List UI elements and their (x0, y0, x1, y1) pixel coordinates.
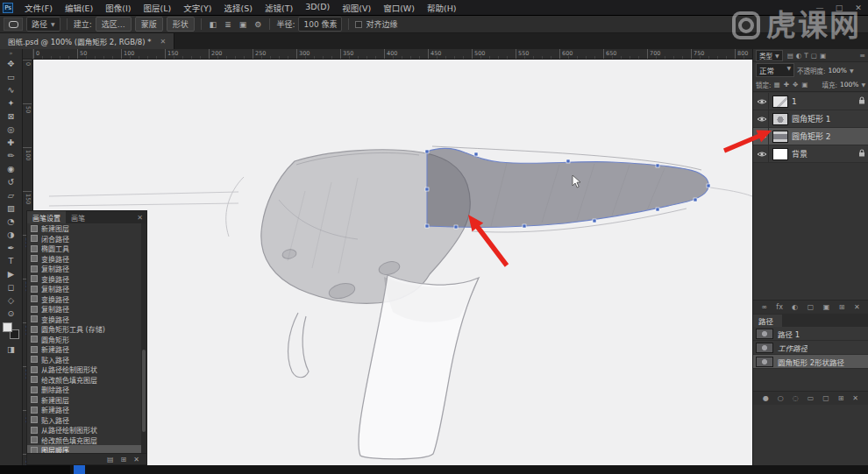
marquee-tool[interactable]: ▭ (2, 70, 21, 83)
new-layer-icon[interactable]: ⊞ (839, 303, 845, 311)
history-state-item[interactable]: 给改颜色填充图层 (27, 435, 146, 446)
history-state-item[interactable]: 圆角矩形 (27, 335, 146, 345)
new-document-from-state-icon[interactable]: ▤ (107, 456, 114, 463)
fill-value[interactable]: 100% (840, 81, 858, 88)
history-state-item[interactable]: 变换路径 (27, 315, 146, 325)
move-tool[interactable]: ✥ (2, 57, 21, 70)
filter-pixel-layers-icon[interactable]: ▤ (787, 52, 793, 60)
menu-item[interactable]: 图层(L) (138, 2, 178, 14)
link-layers-icon[interactable]: ∞ (761, 303, 767, 311)
zoom-tool[interactable]: ⊙ (2, 307, 21, 320)
make-work-path-icon[interactable]: ▭ (808, 394, 815, 402)
visibility-toggle[interactable] (756, 110, 769, 127)
history-state-item[interactable]: 从路径绘制图形状 (27, 425, 146, 435)
toolbar-expand-icon[interactable]: » (9, 50, 12, 57)
path-selection-tool[interactable]: ▶ (2, 267, 21, 280)
type-tool[interactable]: T (2, 254, 21, 267)
menu-item[interactable]: 帮助(H) (421, 2, 463, 14)
eyedropper-tool[interactable]: ◎ (2, 123, 21, 136)
healing-brush-tool[interactable]: ✚ (2, 136, 21, 149)
layer-thumbnail[interactable] (772, 113, 788, 125)
close-icon[interactable]: ✕ (133, 211, 146, 223)
new-snapshot-icon[interactable]: ⊞ (121, 456, 127, 463)
menu-item[interactable]: 文件(F) (18, 2, 59, 14)
path-row[interactable]: 圆角矩形 2形状路径 (753, 355, 868, 369)
history-state-item[interactable]: 从路径绘制图形状 (27, 364, 146, 375)
lock-position-icon[interactable]: ✥ (793, 81, 798, 88)
lock-all-icon[interactable]: ▣ (801, 81, 808, 88)
history-state-item[interactable]: 变换路径 (27, 294, 146, 305)
history-state-item[interactable]: 新建图层 (27, 223, 146, 234)
visibility-toggle[interactable] (756, 128, 769, 145)
eraser-tool[interactable]: ▱ (2, 188, 21, 202)
panel-menu-icon[interactable]: ≡ (859, 52, 865, 60)
quick-selection-tool[interactable]: ✦ (2, 96, 21, 110)
history-state-item[interactable]: 贴入路径 (27, 355, 146, 365)
brush-tool[interactable]: ✏ (2, 149, 21, 162)
layer-mask-icon[interactable]: ▢ (808, 303, 815, 311)
close-icon[interactable]: ✕ (160, 38, 167, 46)
history-state-item[interactable]: 贴入路径 (27, 415, 146, 426)
color-swatches[interactable] (3, 322, 19, 339)
crop-tool[interactable]: ⊠ (2, 110, 21, 123)
visibility-toggle[interactable] (756, 145, 769, 162)
layer-row[interactable]: 圆角矩形 2 (753, 128, 868, 145)
layer-thumbnail[interactable] (772, 148, 788, 160)
dodge-tool[interactable]: ◑ (2, 228, 21, 241)
history-state-item[interactable]: 复制路径 (27, 304, 146, 315)
history-state-item[interactable]: 复制路径 (27, 264, 146, 274)
lasso-tool[interactable]: ∿ (2, 83, 21, 96)
path-operations-icon[interactable]: ◧ (208, 20, 219, 29)
document-tab[interactable]: 图纸.psd @ 100% (圆角矩形 2, RGB/8) * ✕ (0, 33, 174, 49)
filter-adjustment-layers-icon[interactable]: ◐ (796, 52, 802, 60)
new-path-icon[interactable]: ⊞ (838, 394, 844, 402)
filter-type-layers-icon[interactable]: T (804, 52, 808, 60)
menu-item[interactable]: 文字(Y) (177, 2, 217, 14)
menu-item[interactable]: 视图(V) (336, 2, 377, 14)
lock-transparency-icon[interactable]: ▦ (774, 81, 780, 88)
window-control-button[interactable]: ✕ (849, 4, 868, 12)
opacity-value[interactable]: 100% (829, 67, 847, 74)
path-row[interactable]: 路径 1 (753, 327, 868, 341)
path-alignment-icon[interactable]: ≣ (223, 20, 233, 29)
history-state-item[interactable]: 删除路径 (27, 385, 146, 395)
history-state-item[interactable]: 给改颜色填充图层 (27, 375, 146, 386)
filter-kind-dropdown[interactable]: 类型 ▼ (756, 50, 783, 61)
pen-tool[interactable]: ✒ (2, 241, 21, 254)
menu-item[interactable]: 滤镜(T) (259, 2, 299, 14)
panel-tab[interactable]: 画笔 (66, 211, 90, 223)
make-shape-button[interactable]: 形状 (167, 17, 195, 32)
make-selection-button[interactable]: 选区… (96, 17, 132, 32)
history-state-item[interactable]: 变换路径 (27, 274, 146, 285)
history-state-item[interactable]: 新建路径 (27, 405, 146, 415)
window-control-button[interactable]: □ (829, 4, 849, 12)
lock-pixels-icon[interactable]: ✚ (784, 81, 789, 88)
tool-preset-picker[interactable] (4, 18, 23, 31)
history-state-item[interactable]: 椭圆工具 (27, 244, 146, 254)
layer-row[interactable]: 圆角矩形 1 (753, 110, 868, 128)
make-mask-button[interactable]: 蒙版 (135, 17, 163, 32)
delete-state-icon[interactable]: ✕ (133, 456, 139, 463)
history-state-item[interactable]: 新建路径 (27, 344, 146, 355)
menu-item[interactable]: 3D(D) (299, 2, 336, 14)
history-state-item[interactable]: 新建图层 (27, 395, 146, 406)
add-mask-icon[interactable]: ▢ (822, 394, 829, 402)
new-group-icon[interactable]: ▣ (823, 303, 830, 311)
hand-tool[interactable]: ◇ (2, 294, 21, 307)
tool-mode-dropdown[interactable]: 路径 ▼ (26, 17, 60, 32)
load-path-selection-icon[interactable]: ◌ (793, 394, 799, 402)
scrollbar-thumb[interactable] (142, 350, 146, 432)
history-state-item[interactable]: 圆角矩形工具 (存储) (27, 324, 146, 335)
gear-icon[interactable]: ⚙ (253, 20, 263, 29)
path-row[interactable]: 工作路径 (753, 341, 868, 355)
panel-tab[interactable]: 画笔设置 (27, 211, 66, 223)
foreground-color-swatch[interactable] (3, 322, 12, 332)
blur-tool[interactable]: ◔ (2, 215, 21, 228)
filter-smart-objects-icon[interactable]: ▣ (820, 52, 826, 60)
layer-row[interactable]: 1 (753, 93, 868, 110)
history-state-item[interactable]: 闭合路径 (27, 234, 146, 244)
blend-mode-dropdown[interactable]: 正常 ▼ (756, 63, 794, 77)
layer-style-icon[interactable]: fx (776, 303, 783, 311)
menu-item[interactable]: 图像(I) (99, 2, 137, 14)
adjustment-layer-icon[interactable]: ◐ (792, 303, 798, 311)
